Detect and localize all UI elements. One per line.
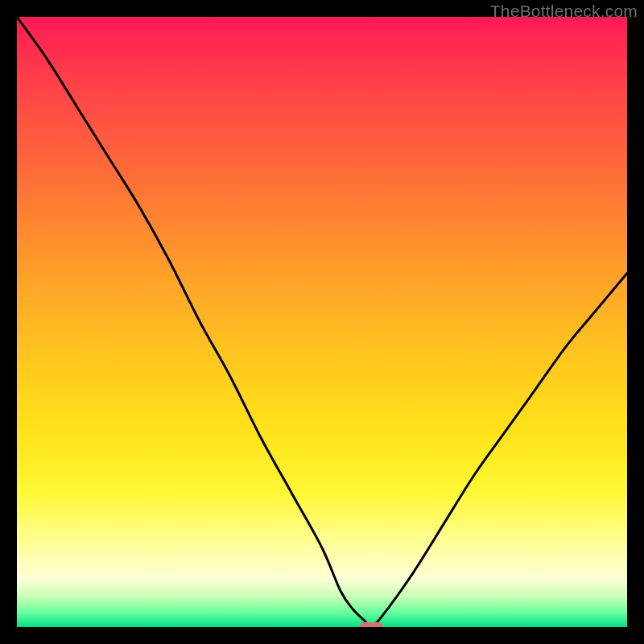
plot-area <box>17 17 627 627</box>
chart-container: TheBottleneck.com <box>0 0 644 644</box>
bottleneck-curve <box>17 17 627 627</box>
bottleneck-marker <box>359 622 383 627</box>
